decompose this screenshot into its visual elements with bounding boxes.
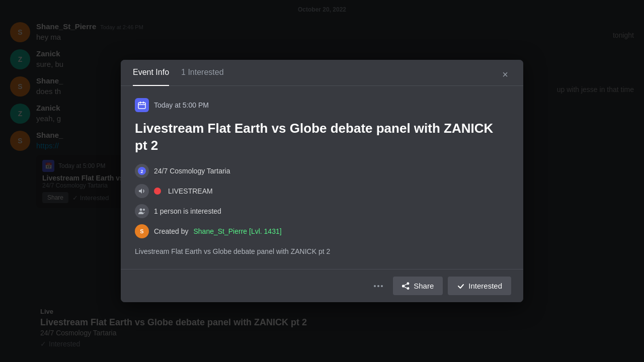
- svg-text:2: 2: [140, 169, 143, 174]
- close-button[interactable]: ×: [497, 67, 513, 83]
- tab-interested[interactable]: 1 Interested: [181, 60, 224, 86]
- svg-point-6: [140, 209, 142, 211]
- people-icon: [135, 204, 149, 218]
- event-datetime-text: Today at 5:00 PM: [154, 101, 209, 109]
- checkmark-icon: [457, 282, 465, 290]
- interested-row: 1 person is interested: [135, 204, 509, 218]
- svg-point-7: [143, 209, 145, 211]
- event-modal: Event Info 1 Interested × Today at: [121, 60, 523, 303]
- organizer-icon: 2: [135, 164, 149, 178]
- event-description: Livestream Flat Earth vs Globe debate pa…: [135, 246, 509, 257]
- livestream-row: LIVESTREAM: [135, 184, 509, 198]
- interested-count: 1 person is interested: [154, 207, 221, 215]
- creator-link[interactable]: Shane_St_Pierre [Lvl. 1431]: [193, 227, 281, 235]
- tab-event-info[interactable]: Event Info: [133, 60, 169, 86]
- livestream-label: LIVESTREAM: [168, 187, 213, 195]
- creator-row: S Created by Shane_St_Pierre [Lvl. 1431]: [135, 224, 509, 238]
- svg-rect-0: [138, 103, 145, 109]
- share-icon: [402, 282, 410, 290]
- event-datetime: Today at 5:00 PM: [135, 98, 509, 112]
- more-options-button[interactable]: [369, 282, 388, 290]
- svg-rect-2: [140, 102, 141, 104]
- live-dot: [154, 188, 161, 195]
- modal-overlay: Event Info 1 Interested × Today at: [0, 0, 644, 362]
- creator-avatar: S: [135, 224, 149, 238]
- event-title: Livestream Flat Earth vs Globe debate pa…: [135, 120, 509, 154]
- organizer-name: 24/7 Cosmology Tartaria: [154, 167, 230, 175]
- modal-footer: Share Interested: [121, 269, 523, 302]
- modal-tabs: Event Info 1 Interested ×: [121, 60, 523, 86]
- speaker-icon: [135, 184, 149, 198]
- share-label: Share: [414, 282, 434, 290]
- share-button[interactable]: Share: [393, 277, 443, 295]
- interested-label: Interested: [468, 282, 502, 290]
- modal-body: Today at 5:00 PM Livestream Flat Earth v…: [121, 86, 523, 269]
- creator-prefix: Created by: [154, 227, 188, 235]
- interested-button[interactable]: Interested: [448, 277, 511, 295]
- organizer-row: 2 24/7 Cosmology Tartaria: [135, 164, 509, 178]
- calendar-icon: [135, 98, 149, 112]
- svg-rect-3: [143, 102, 144, 104]
